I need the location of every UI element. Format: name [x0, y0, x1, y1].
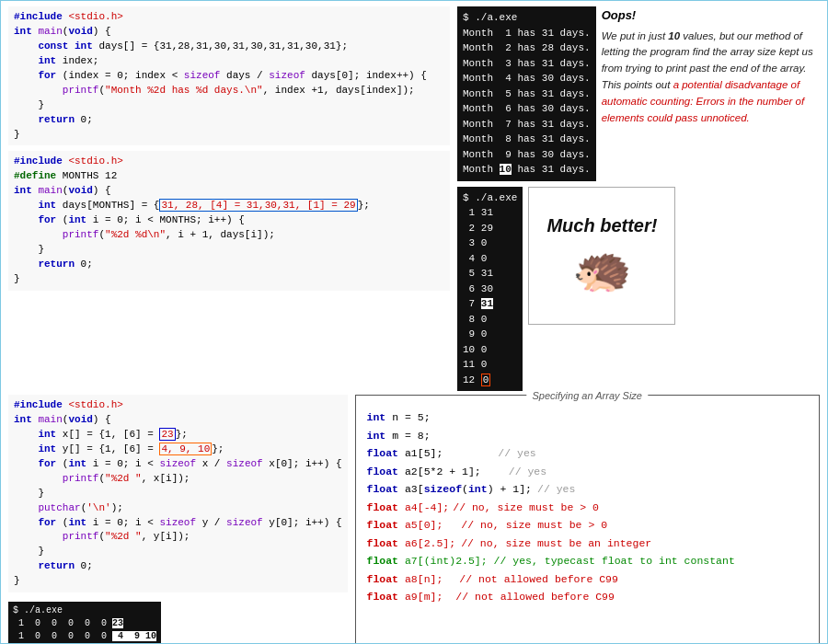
oops-red-text: a potential disadvantage of automatic co…	[602, 79, 805, 123]
sa-line-n: int n = 5;	[367, 408, 808, 427]
terminal-3-wrapper: $ ./a.exe 1 0 0 0 0 0 23 1 0 0 0 0 0 4 9…	[8, 596, 161, 644]
right-panel: $ ./a.exe Month 1 has 31 days. Month 2 h…	[457, 6, 820, 391]
code-panel-3: #include <stdio.h> int main(void) { int …	[8, 395, 348, 644]
sa-line-a9: float a9[m];// not allowed before C99	[367, 588, 808, 606]
terminal-2: $ ./a.exe 1 31 2 29 3 0 4 0 5 31 6 30 7 …	[457, 187, 523, 392]
sa-line-a8: float a8[n];// not allowed before C99	[367, 570, 808, 589]
much-better-box: Much better! 🦔	[528, 187, 675, 325]
bottom-section: #include <stdio.h> int main(void) { int …	[8, 395, 820, 644]
code-block-2: #include <stdio.h> #define MONTHS 12 int…	[8, 151, 450, 290]
much-better-title: Much better!	[546, 213, 657, 237]
code-panel-left: #include <stdio.h> int main(void) { cons…	[8, 6, 450, 391]
sa-line-a5: float a5[0];// no, size must be > 0	[367, 516, 808, 535]
specifying-array-box: Specifying an Array Size int n = 5; int …	[355, 395, 820, 644]
main-container: #include <stdio.h> int main(void) { cons…	[1, 1, 827, 636]
specifying-array-title: Specifying an Array Size	[527, 387, 648, 405]
specifying-array-content: int n = 5; int m = 8; float a1[5];// yes…	[367, 408, 808, 606]
oops-title: Oops!	[602, 6, 820, 25]
code-block-1: #include <stdio.h> int main(void) { cons…	[8, 6, 450, 145]
code-block-3: #include <stdio.h> int main(void) { int …	[8, 395, 348, 592]
sa-line-a1: float a1[5];// yes	[367, 444, 808, 463]
oops-box: Oops! We put in just 10 values, but our …	[602, 6, 820, 181]
sa-line-m: int m = 8;	[367, 427, 808, 445]
terminal-3: $ ./a.exe 1 0 0 0 0 0 23 1 0 0 0 0 0 4 9…	[8, 602, 161, 644]
sa-line-a2: float a2[5*2 + 1];// yes	[367, 463, 808, 481]
oops-text: We put in just 10 values, but our method…	[602, 29, 820, 127]
terminal-3-area: $ ./a.exe 1 0 0 0 0 0 23 1 0 0 0 0 0 4 9…	[8, 596, 348, 644]
right-top: $ ./a.exe Month 1 has 31 days. Month 2 h…	[457, 6, 820, 181]
sa-line-a3: float a3[sizeof(int) + 1];// yes	[367, 480, 808, 499]
much-better-content: Much better! 🦔	[546, 213, 657, 297]
sa-line-a7: float a7[(int)2.5]; // yes, typecast flo…	[367, 552, 808, 570]
hedgehog-icon: 🦔	[546, 241, 657, 297]
sa-line-a6: float a6[2.5];// no, size must be an int…	[367, 535, 808, 553]
right-bottom: $ ./a.exe 1 31 2 29 3 0 4 0 5 31 6 30 7 …	[457, 187, 820, 392]
sa-line-a4: float a4[-4];// no, size must be > 0	[367, 499, 808, 517]
terminal-1: $ ./a.exe Month 1 has 31 days. Month 2 h…	[457, 6, 596, 181]
top-section: #include <stdio.h> int main(void) { cons…	[8, 6, 820, 391]
